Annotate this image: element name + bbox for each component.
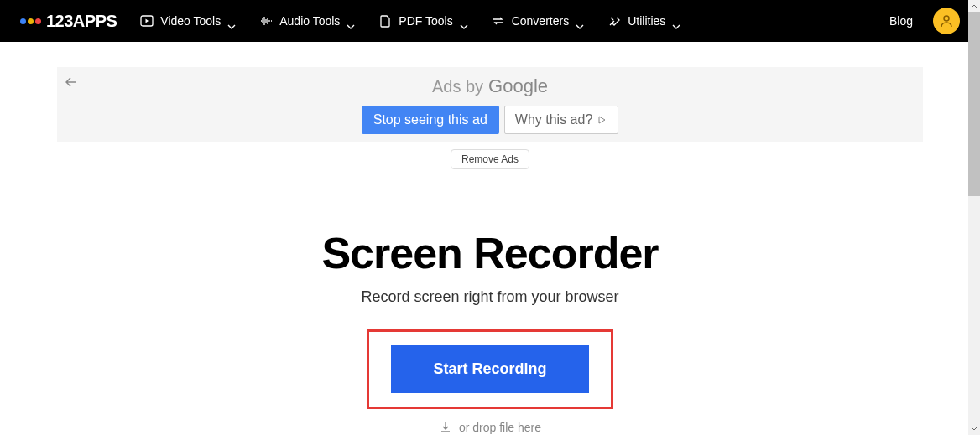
tools-icon [607, 14, 621, 28]
scrollbar[interactable] [968, 0, 980, 435]
highlight-box: Start Recording [367, 329, 612, 409]
nav-label: PDF Tools [399, 14, 452, 28]
stop-seeing-ad-button[interactable]: Stop seeing this ad [362, 106, 499, 134]
ad-buttons: Stop seeing this ad Why this ad? [362, 106, 619, 134]
document-icon [378, 14, 392, 28]
nav-label: Audio Tools [279, 14, 340, 28]
ads-by-label: Ads by Google [432, 75, 548, 97]
why-this-ad-button[interactable]: Why this ad? [504, 106, 618, 134]
nav-label: Video Tools [160, 14, 221, 28]
scrollbar-thumb[interactable] [968, 12, 980, 196]
logo-text: 123APPS [46, 12, 117, 31]
logo-dots-icon [20, 18, 41, 24]
chevron-down-icon [347, 18, 355, 23]
nav-utilities[interactable]: Utilities [607, 14, 680, 28]
header: 123APPS Video Tools Audio Tools PDF [0, 0, 980, 42]
adchoices-icon [597, 115, 607, 125]
nav-audio-tools[interactable]: Audio Tools [259, 14, 355, 28]
user-icon [939, 13, 954, 28]
convert-icon [492, 14, 505, 28]
audio-wave-icon [259, 14, 273, 28]
google-logo-text: Google [488, 75, 548, 97]
page-title: Screen Recorder [0, 228, 980, 278]
back-arrow-icon[interactable] [65, 75, 77, 91]
play-icon [140, 14, 154, 28]
ads-by-text: Ads by [432, 77, 483, 96]
nav-pdf-tools[interactable]: PDF Tools [378, 14, 467, 28]
chevron-down-icon [576, 18, 584, 23]
avatar[interactable] [933, 8, 960, 34]
nav-label: Utilities [628, 14, 665, 28]
chevron-down-icon [672, 18, 680, 23]
main-content: Screen Recorder Record screen right from… [0, 228, 980, 434]
nav-label: Converters [512, 14, 569, 28]
chevron-down-icon [460, 18, 468, 23]
header-right: Blog [889, 8, 960, 34]
download-icon [439, 421, 452, 434]
nav: Video Tools Audio Tools PDF Tools [140, 14, 680, 28]
ad-banner: Ads by Google Stop seeing this ad Why th… [57, 67, 923, 142]
why-ad-label: Why this ad? [515, 112, 592, 127]
scroll-up-arrow-icon[interactable] [968, 0, 980, 12]
chevron-down-icon [227, 18, 236, 23]
start-recording-button[interactable]: Start Recording [391, 345, 588, 393]
drop-file-hint[interactable]: or drop file here [0, 421, 980, 434]
remove-ads-button[interactable]: Remove Ads [451, 149, 529, 169]
page-subtitle: Record screen right from your browser [0, 288, 980, 306]
nav-converters[interactable]: Converters [492, 14, 584, 28]
drop-hint-text: or drop file here [459, 421, 541, 434]
logo[interactable]: 123APPS [20, 12, 117, 31]
blog-link[interactable]: Blog [889, 14, 913, 28]
svg-point-1 [944, 16, 949, 21]
scroll-down-arrow-icon[interactable] [968, 423, 980, 435]
nav-video-tools[interactable]: Video Tools [140, 14, 236, 28]
